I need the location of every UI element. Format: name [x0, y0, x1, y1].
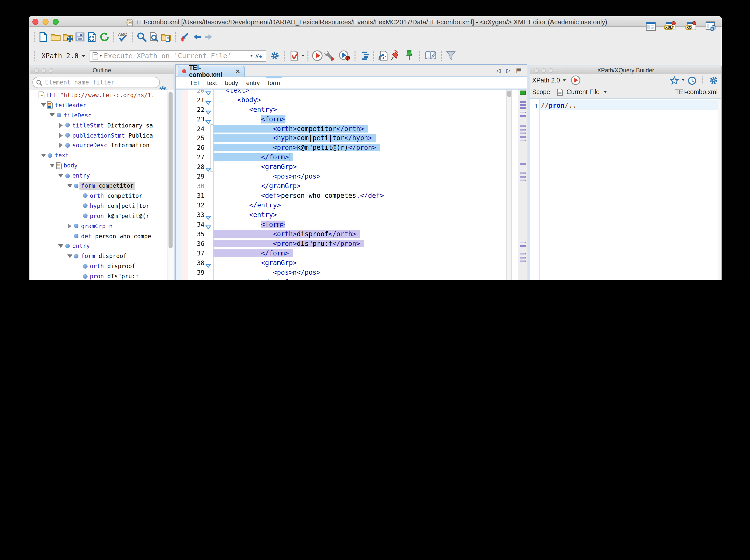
maximize-window-button[interactable]: [53, 18, 59, 24]
editor-vertical-scrollbar[interactable]: [506, 89, 512, 280]
xslt-debugger-icon[interactable]: XSLT: [664, 21, 677, 31]
breadcrumb-item-text[interactable]: text: [207, 79, 217, 86]
validate-document-icon[interactable]: [288, 49, 302, 62]
xpath-query-editor[interactable]: 1 //pron/..: [530, 98, 721, 280]
outline-tree-row[interactable]: titleStmt Dictionary sa: [58, 120, 155, 130]
save-to-url-icon[interactable]: [86, 30, 98, 43]
outline-tree-row[interactable]: fileDesc: [49, 110, 93, 120]
breadcrumb-item-form[interactable]: form: [268, 79, 280, 86]
outline-vertical-scrollbar[interactable]: [167, 90, 173, 280]
close-tab-icon[interactable]: ✕: [236, 68, 240, 75]
outline-tree-row[interactable]: publicationStmt Publica: [58, 130, 155, 140]
xpath-match-mark[interactable]: [519, 136, 526, 138]
xpath-match-mark[interactable]: [519, 132, 526, 134]
tree-expand-arrow[interactable]: [58, 133, 64, 138]
xpath-version-label[interactable]: XPath 2.0: [41, 52, 78, 60]
tree-expand-arrow[interactable]: [40, 103, 47, 107]
tree-expand-arrow[interactable]: [49, 113, 55, 117]
tab-list-icon[interactable]: ▤: [516, 67, 522, 74]
outline-tree-row[interactable]: form disproof: [66, 251, 128, 261]
xpath-match-mark[interactable]: [519, 104, 526, 106]
outline-tree-row[interactable]: pron dIs"pru:f: [75, 271, 140, 280]
minimize-window-button[interactable]: [42, 18, 48, 24]
tree-expand-arrow[interactable]: [49, 164, 55, 167]
open-url-icon[interactable]: [62, 30, 74, 43]
xpath-match-mark[interactable]: [519, 107, 526, 109]
outline-tree-row[interactable]: body: [49, 161, 79, 171]
xpath-match-mark[interactable]: [519, 115, 526, 117]
xpath-builder-header[interactable]: XPath/XQuery Builder: [530, 66, 721, 74]
open-folder-icon[interactable]: [50, 30, 62, 43]
outline-tree-row[interactable]: entry: [58, 171, 91, 181]
breadcrumb-item-entry[interactable]: entry: [246, 79, 260, 86]
builder-engine-label[interactable]: XPath 2.0: [532, 77, 560, 84]
xpath-match-mark[interactable]: [519, 101, 526, 103]
scroll-tabs-left-icon[interactable]: ◁: [496, 67, 500, 74]
builder-settings-gear-icon[interactable]: [709, 75, 718, 85]
code-editor[interactable]: 20 <text>21 <body>22 <entry>23 <form>24 …: [175, 89, 527, 280]
xpath-version-dropdown-icon[interactable]: [81, 54, 85, 57]
xpath-match-mark[interactable]: [519, 125, 526, 127]
close-window-button[interactable]: [33, 18, 38, 24]
tree-expand-arrow[interactable]: [66, 255, 73, 258]
outline-tree-row[interactable]: gramGrp n: [66, 221, 114, 231]
editor-overview-ruler[interactable]: [517, 89, 527, 280]
tree-expand-arrow[interactable]: [58, 123, 64, 128]
xpath-match-mark[interactable]: [519, 179, 526, 181]
xpath-match-mark[interactable]: [519, 253, 526, 255]
configure-transformation-icon[interactable]: [323, 49, 338, 62]
forward-icon[interactable]: [203, 30, 215, 43]
scope-value[interactable]: Current File: [567, 88, 600, 96]
xpath-execute-combobox[interactable]: Execute XPath on 'Current File' //: [90, 50, 266, 61]
outline-tree-row[interactable]: def person who compe: [66, 231, 153, 241]
xpath-match-mark[interactable]: [519, 257, 526, 259]
xpath-match-mark[interactable]: [519, 129, 526, 131]
window-layout-icon[interactable]: [646, 21, 656, 31]
run-transformation-icon[interactable]: [311, 49, 323, 62]
builder-engine-dropdown-icon[interactable]: [563, 79, 566, 81]
execute-xpath-button[interactable]: [571, 75, 581, 85]
pin-red-icon[interactable]: [389, 49, 401, 62]
element-filter-input[interactable]: Element name filter: [33, 77, 160, 88]
xpath-match-mark[interactable]: [519, 245, 526, 247]
pin-green-icon[interactable]: [401, 49, 416, 62]
debug-transformation-icon[interactable]: [338, 49, 352, 62]
xpath-match-mark[interactable]: [519, 242, 526, 243]
documentation-book-icon[interactable]: [423, 49, 438, 62]
scope-dropdown-icon[interactable]: [604, 91, 607, 93]
import-references-icon[interactable]: ✱: [179, 30, 191, 43]
find-resource-icon[interactable]: [160, 30, 172, 43]
tree-expand-arrow[interactable]: [58, 143, 64, 148]
xpath-match-mark[interactable]: [519, 172, 526, 174]
outline-tree-row[interactable]: orth disproof: [75, 261, 137, 272]
history-clock-icon[interactable]: [688, 76, 696, 85]
tree-expand-arrow[interactable]: [66, 223, 73, 228]
favorites-star-icon[interactable]: [670, 76, 679, 85]
outline-tree-row[interactable]: teiHeader: [40, 100, 88, 110]
validate-dropdown-icon[interactable]: [302, 55, 305, 57]
combo-history-dropdown-icon[interactable]: [250, 55, 253, 57]
reload-icon[interactable]: [98, 30, 110, 43]
favorites-dropdown-icon[interactable]: [682, 79, 685, 81]
xpath-match-mark[interactable]: [519, 176, 526, 178]
scroll-tabs-right-icon[interactable]: ▷: [506, 67, 510, 74]
tree-expand-arrow[interactable]: [58, 244, 64, 248]
xpath-match-mark[interactable]: [519, 112, 526, 113]
outline-tree-row[interactable]: hyph com|peti|tor: [75, 201, 151, 211]
query-vertical-scrollbar[interactable]: [717, 98, 721, 280]
outline-tree-row[interactable]: pron k@m"petit@(r: [75, 211, 151, 221]
tree-expand-arrow[interactable]: [66, 184, 73, 187]
tree-expand-arrow[interactable]: [58, 174, 64, 177]
outline-tree-row[interactable]: sourceDesc Information: [58, 140, 151, 151]
new-document-icon[interactable]: [37, 30, 50, 43]
filter-funnel-icon[interactable]: [445, 49, 457, 62]
apply-transformation-icon[interactable]: [377, 49, 389, 62]
settings-gear-icon[interactable]: [269, 49, 281, 62]
xpath-match-mark[interactable]: [519, 139, 526, 141]
outline-tree-row[interactable]: entry: [58, 241, 91, 251]
find-in-files-icon[interactable]: [148, 30, 160, 43]
outline-tree-row[interactable]: orth competitor: [75, 191, 144, 201]
database-perspective-icon[interactable]: [706, 21, 716, 31]
format-indent-icon[interactable]: [358, 49, 371, 62]
outline-panel-header[interactable]: Outline: [31, 66, 173, 74]
